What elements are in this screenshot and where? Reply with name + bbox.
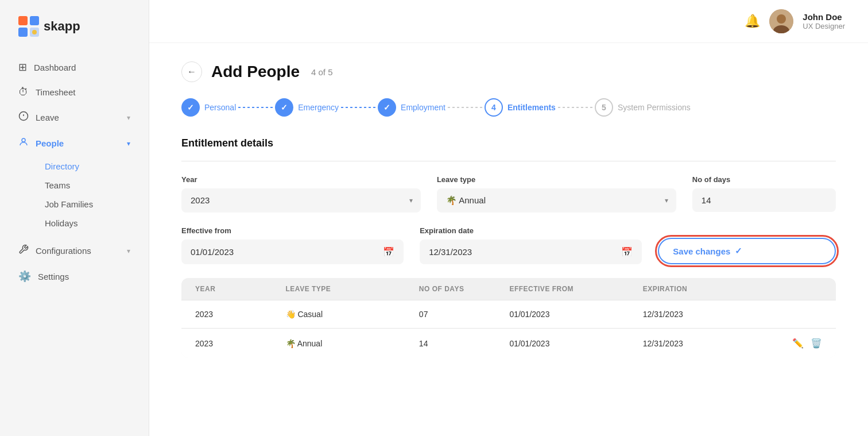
expiration-date-group: Expiration date 📅 bbox=[420, 226, 642, 264]
section-title: Entitlement details bbox=[181, 137, 836, 149]
user-info: John Doe UX Designer bbox=[803, 12, 845, 30]
sidebar-item-configurations[interactable]: Configurations ▾ bbox=[9, 238, 140, 263]
table-row: 2023 👋 Casual 07 01/01/2023 12/31/2023 bbox=[181, 300, 836, 328]
user-role: UX Designer bbox=[803, 22, 845, 30]
sidebar-item-teams[interactable]: Teams bbox=[36, 176, 140, 195]
col-no-of-days: NO OF DAYS bbox=[419, 285, 505, 293]
step-connector-1 bbox=[238, 107, 273, 108]
step-entitlements[interactable]: 4 Entitlements bbox=[485, 98, 556, 117]
step-emergency[interactable]: ✓ Emergency bbox=[275, 98, 339, 117]
check-icon: ✓ bbox=[383, 103, 390, 112]
leave-type-group: Leave type 🌴 Annual 👋 Casual 🏥 Sick ▾ bbox=[437, 175, 676, 213]
expiration-date-label: Expiration date bbox=[420, 226, 642, 235]
sidebar-item-label: Dashboard bbox=[34, 63, 76, 72]
expiration-date-input[interactable] bbox=[429, 247, 621, 257]
logo-text: skapp bbox=[44, 19, 80, 34]
chevron-down-icon: ▾ bbox=[127, 247, 130, 255]
svg-point-10 bbox=[777, 14, 786, 24]
save-changes-group: Save changes ✓ bbox=[658, 238, 836, 264]
step-employment[interactable]: ✓ Employment bbox=[378, 98, 445, 117]
svg-point-4 bbox=[32, 30, 37, 34]
delete-button[interactable]: 🗑️ bbox=[811, 338, 822, 349]
cell-effective-from: 01/01/2023 bbox=[509, 310, 638, 319]
cell-year: 2023 bbox=[195, 310, 281, 319]
sidebar-item-directory[interactable]: Directory bbox=[36, 157, 140, 176]
people-sub-nav: Directory Teams Job Families Holidays bbox=[36, 157, 140, 233]
configurations-icon bbox=[18, 244, 29, 257]
sidebar-item-timesheet[interactable]: ⏱ Timesheet bbox=[9, 80, 140, 104]
timesheet-icon: ⏱ bbox=[18, 86, 29, 98]
back-button[interactable]: ← bbox=[181, 61, 202, 82]
step-circle-personal: ✓ bbox=[181, 98, 200, 117]
step-count: 4 of 5 bbox=[311, 67, 333, 77]
year-select[interactable]: 2023 2022 2024 bbox=[191, 195, 412, 205]
save-changes-label: Save changes bbox=[673, 246, 730, 256]
col-year: YEAR bbox=[195, 285, 281, 293]
stepper: ✓ Personal ✓ Emergency ✓ Employment bbox=[181, 98, 836, 117]
year-label: Year bbox=[181, 175, 421, 184]
cell-no-of-days: 14 bbox=[419, 339, 505, 348]
notification-bell-icon[interactable]: 🔔 bbox=[745, 14, 760, 29]
step-number: 4 bbox=[491, 103, 496, 112]
leave-type-select-wrapper: 🌴 Annual 👋 Casual 🏥 Sick ▾ bbox=[437, 188, 676, 213]
avatar bbox=[769, 9, 793, 33]
step-label-entitlements: Entitlements bbox=[507, 103, 556, 112]
step-system-permissions[interactable]: 5 System Permissions bbox=[595, 98, 691, 117]
settings-icon: ⚙️ bbox=[18, 270, 31, 283]
logo-icon bbox=[18, 16, 39, 37]
sidebar-item-label: Timesheet bbox=[36, 87, 75, 97]
effective-from-group: Effective from 📅 bbox=[181, 226, 404, 264]
sidebar-item-job-families[interactable]: Job Families bbox=[36, 195, 140, 214]
calendar-icon[interactable]: 📅 bbox=[383, 246, 394, 257]
sidebar-item-settings[interactable]: ⚙️ Settings bbox=[9, 264, 140, 288]
cell-expiration: 12/31/2023 bbox=[643, 339, 772, 348]
calendar-icon[interactable]: 📅 bbox=[621, 246, 633, 257]
leave-type-select[interactable]: 🌴 Annual 👋 Casual 🏥 Sick bbox=[446, 195, 667, 205]
edit-button[interactable]: ✏️ bbox=[792, 338, 804, 349]
user-name: John Doe bbox=[803, 12, 845, 22]
step-label-system-permissions: System Permissions bbox=[618, 103, 691, 112]
main-content: 🔔 John Doe UX Designer ← Add People 4 of… bbox=[149, 0, 868, 436]
page-content: ← Add People 4 of 5 ✓ Personal ✓ Emergen… bbox=[149, 43, 868, 436]
step-personal[interactable]: ✓ Personal bbox=[181, 98, 236, 117]
year-select-wrapper: 2023 2022 2024 ▾ bbox=[181, 188, 421, 213]
sidebar-item-people[interactable]: People ▾ bbox=[9, 131, 140, 156]
cell-year: 2023 bbox=[195, 339, 281, 348]
check-icon: ✓ bbox=[187, 103, 194, 112]
no-of-days-field[interactable] bbox=[702, 195, 827, 205]
cell-effective-from: 01/01/2023 bbox=[509, 339, 638, 348]
cell-leave-type: 🌴 Annual bbox=[286, 339, 414, 348]
chevron-down-icon: ▾ bbox=[127, 140, 130, 148]
sidebar-item-label: Leave bbox=[36, 113, 59, 122]
step-label-employment: Employment bbox=[401, 103, 445, 112]
col-effective-from: EFFECTIVE FROM bbox=[509, 285, 638, 293]
effective-from-label: Effective from bbox=[181, 226, 404, 235]
no-of-days-label: No of days bbox=[692, 175, 836, 184]
table-row: 2023 🌴 Annual 14 01/01/2023 12/31/2023 ✏… bbox=[181, 328, 836, 358]
year-group: Year 2023 2022 2024 ▾ bbox=[181, 175, 421, 213]
step-label-emergency: Emergency bbox=[298, 103, 339, 112]
sidebar-item-label: Configurations bbox=[36, 246, 91, 256]
svg-rect-0 bbox=[18, 16, 28, 25]
sidebar-item-holidays[interactable]: Holidays bbox=[36, 214, 140, 233]
effective-from-input[interactable] bbox=[191, 247, 383, 257]
header: 🔔 John Doe UX Designer bbox=[149, 0, 868, 43]
step-circle-entitlements: 4 bbox=[485, 98, 503, 117]
save-changes-button[interactable]: Save changes ✓ bbox=[658, 238, 836, 264]
expiration-date-wrapper: 📅 bbox=[420, 240, 642, 264]
cell-expiration: 12/31/2023 bbox=[643, 310, 772, 319]
form-row-2: Effective from 📅 Expiration date 📅 Save … bbox=[181, 226, 836, 264]
step-connector-4 bbox=[558, 107, 592, 108]
step-circle-system-permissions: 5 bbox=[595, 98, 613, 117]
sidebar: skapp ⊞ Dashboard ⏱ Timesheet Leave ▾ Pe… bbox=[0, 0, 149, 436]
sidebar-item-dashboard[interactable]: ⊞ Dashboard bbox=[9, 55, 140, 79]
col-actions bbox=[776, 285, 822, 293]
no-of-days-group: No of days bbox=[692, 175, 836, 213]
table-header: YEAR LEAVE TYPE NO OF DAYS EFFECTIVE FRO… bbox=[181, 278, 836, 300]
step-circle-employment: ✓ bbox=[378, 98, 396, 117]
step-number: 5 bbox=[602, 103, 606, 112]
step-connector-2 bbox=[341, 107, 375, 108]
sidebar-item-leave[interactable]: Leave ▾ bbox=[9, 105, 140, 130]
cell-actions: ✏️ 🗑️ bbox=[776, 338, 822, 349]
people-icon bbox=[18, 137, 29, 150]
